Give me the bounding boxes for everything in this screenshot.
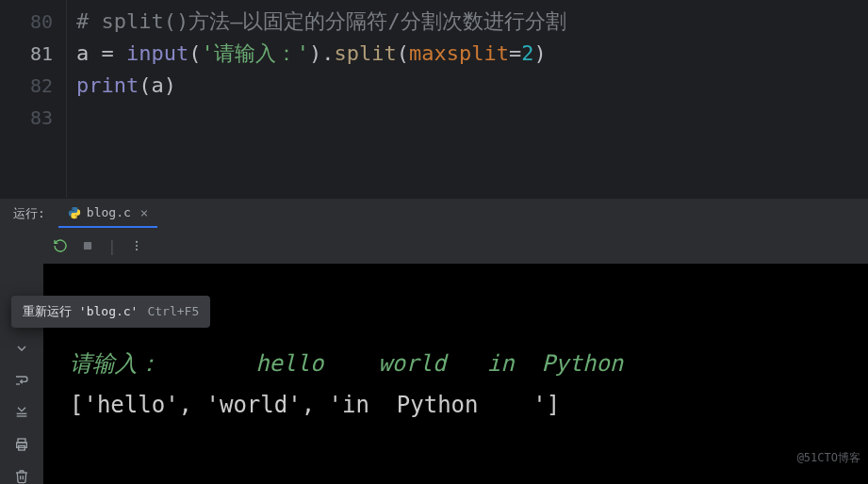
run-toolbar: |	[43, 228, 868, 264]
watermark: @51CTO博客	[797, 437, 860, 478]
paren-token: )	[309, 41, 321, 65]
dot-token: .	[321, 41, 334, 65]
method-token: split	[334, 41, 396, 65]
svg-point-1	[136, 241, 138, 243]
run-sidebar	[0, 228, 43, 484]
svg-point-3	[136, 249, 138, 250]
more-icon[interactable]	[130, 239, 143, 252]
line-number-gutter: 80 81 82 83	[0, 0, 66, 198]
rerun-tooltip: 重新运行 'blog.c' Ctrl+F5	[11, 296, 210, 328]
tooltip-text: 重新运行 'blog.c'	[23, 303, 138, 320]
line-number: 81	[0, 38, 53, 70]
code-line: a = input('请输入：').split(maxsplit=2)	[76, 38, 868, 70]
code-line: print(a)	[76, 70, 868, 102]
run-panel: | 重新运行 'blog.c' Ctrl+F5 请输入： hello world…	[0, 228, 868, 484]
paren-token: )	[164, 73, 176, 97]
code-editor: 80 81 82 83 # split()方法—以固定的分隔符/分割次数进行分割…	[0, 0, 868, 198]
python-file-icon	[68, 206, 81, 219]
op-token: =	[102, 41, 127, 65]
param-token: maxsplit	[409, 41, 509, 65]
number-token: 2	[521, 41, 533, 65]
code-area[interactable]: # split()方法—以固定的分隔符/分割次数进行分割 a = input('…	[66, 0, 868, 198]
builtin-token: input	[126, 41, 188, 65]
close-icon[interactable]: ×	[137, 205, 148, 220]
paren-token: (	[397, 41, 409, 65]
paren-token: )	[533, 41, 546, 65]
op-token: =	[509, 41, 521, 65]
ident-token: a	[151, 73, 163, 97]
print-icon[interactable]	[13, 437, 30, 452]
svg-point-2	[136, 245, 138, 247]
svg-rect-0	[84, 242, 91, 250]
run-panel-header: 运行: blog.c ×	[0, 198, 868, 228]
paren-token: (	[139, 73, 151, 97]
code-line: # split()方法—以固定的分隔符/分割次数进行分割	[76, 6, 868, 38]
comment-token: # split()方法—以固定的分隔符/分割次数进行分割	[76, 9, 566, 33]
tooltip-shortcut: Ctrl+F5	[147, 304, 199, 318]
line-number: 80	[0, 6, 53, 38]
console-prompt: 请输入：	[70, 350, 160, 377]
line-number: 82	[0, 70, 53, 102]
stop-icon[interactable]	[81, 239, 94, 252]
run-tab[interactable]: blog.c ×	[58, 199, 157, 228]
console-result: ['hello', 'world', 'in Python ']	[70, 392, 560, 418]
scroll-to-end-icon[interactable]	[13, 405, 30, 420]
ident-token: a	[76, 41, 102, 65]
paren-token: (	[188, 41, 201, 65]
soft-wrap-icon[interactable]	[13, 373, 30, 388]
run-panel-title: 运行:	[0, 199, 58, 228]
trash-icon[interactable]	[13, 469, 30, 484]
console-user-input: hello world in Python	[160, 350, 678, 377]
string-token: '请输入：'	[201, 41, 309, 65]
rerun-icon[interactable]	[53, 238, 68, 253]
scroll-down-icon[interactable]	[13, 341, 30, 356]
line-number: 83	[0, 102, 53, 134]
builtin-token: print	[76, 73, 139, 97]
run-tab-label: blog.c	[87, 205, 131, 219]
